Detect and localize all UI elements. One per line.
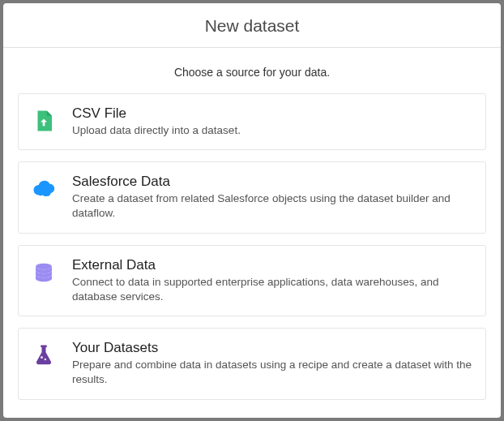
option-your-datasets[interactable]: Your Datasets Prepare and combine data i… bbox=[18, 328, 486, 399]
svg-point-2 bbox=[41, 356, 43, 359]
option-desc: Prepare and combine data in datasets usi… bbox=[72, 358, 472, 387]
option-text: Salesforce Data Create a dataset from re… bbox=[72, 174, 472, 221]
option-desc: Upload data directly into a dataset. bbox=[72, 123, 472, 138]
option-title: External Data bbox=[72, 257, 472, 273]
modal-subtitle: Choose a source for your data. bbox=[3, 66, 501, 79]
option-text: Your Datasets Prepare and combine data i… bbox=[72, 340, 472, 387]
file-upload-icon bbox=[30, 107, 58, 135]
svg-point-0 bbox=[36, 263, 52, 269]
modal-subtitle-wrap: Choose a source for your data. bbox=[3, 48, 501, 93]
modal-title: New dataset bbox=[3, 16, 501, 36]
svg-rect-1 bbox=[41, 346, 47, 348]
option-external-data[interactable]: External Data Connect to data in support… bbox=[18, 245, 486, 316]
option-csv-file[interactable]: CSV File Upload data directly into a dat… bbox=[18, 93, 486, 150]
database-icon bbox=[30, 259, 58, 286]
new-dataset-modal: New dataset Choose a source for your dat… bbox=[3, 3, 501, 418]
option-text: External Data Connect to data in support… bbox=[72, 257, 472, 304]
source-options-list: CSV File Upload data directly into a dat… bbox=[3, 93, 501, 415]
option-title: Your Datasets bbox=[72, 340, 472, 356]
modal-header: New dataset bbox=[3, 3, 501, 48]
option-text: CSV File Upload data directly into a dat… bbox=[72, 105, 472, 138]
svg-point-3 bbox=[45, 359, 47, 361]
cloud-icon bbox=[30, 175, 58, 203]
option-salesforce-data[interactable]: Salesforce Data Create a dataset from re… bbox=[18, 161, 486, 233]
option-desc: Connect to data in supported enterprise … bbox=[72, 275, 472, 304]
option-title: Salesforce Data bbox=[72, 174, 472, 190]
option-title: CSV File bbox=[72, 105, 472, 122]
option-desc: Create a dataset from related Salesforce… bbox=[72, 191, 472, 221]
flask-icon bbox=[30, 342, 58, 369]
